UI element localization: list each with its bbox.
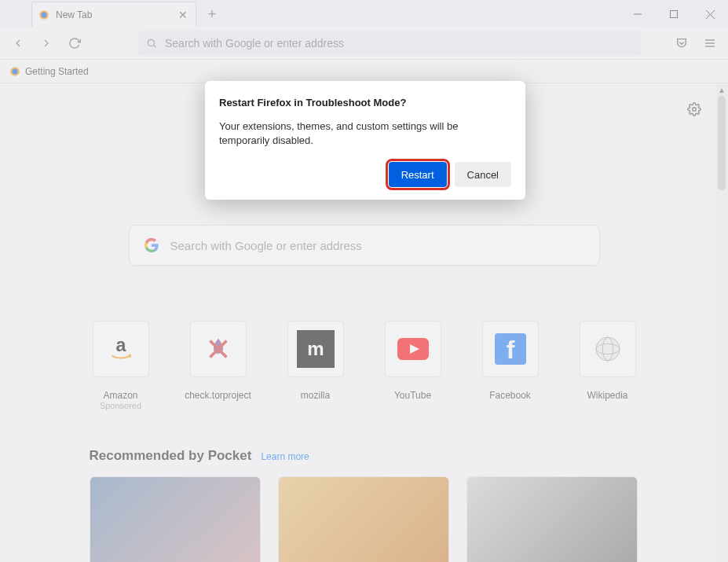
newtab-search[interactable]: Search with Google or enter address [129,225,600,266]
close-window-button[interactable] [692,2,728,27]
tile-label: Wikipedia [569,390,647,401]
url-placeholder: Search with Google or enter address [165,37,344,50]
toolbar: Search with Google or enter address [0,27,728,60]
restart-button[interactable]: Restart [389,162,447,187]
svg-point-13 [693,108,697,112]
troubleshoot-dialog: Restart Firefox in Troubleshoot Mode? Yo… [205,81,525,200]
firefox-icon [38,9,49,20]
dialog-title: Restart Firefox in Troubleshoot Mode? [219,97,511,108]
pocket-icon[interactable] [670,31,693,55]
browser-tab[interactable]: New Tab ✕ [31,2,196,27]
scroll-up-arrow[interactable]: ▲ [715,83,728,96]
pocket-card[interactable]: mashable.com · 3 min [90,476,261,562]
cancel-button[interactable]: Cancel [455,162,511,187]
minimize-button[interactable] [620,2,656,27]
pocket-section: Recommended by Pocket Learn more mashabl… [90,448,639,562]
svg-point-6 [148,39,154,46]
forward-button[interactable] [35,31,58,55]
close-icon[interactable]: ✕ [177,9,189,21]
pocket-card[interactable]: longreads.com · 8 min [466,476,638,562]
svg-point-12 [13,68,18,74]
svg-rect-3 [671,11,678,18]
svg-point-23 [596,337,620,361]
pocket-heading: Recommended by Pocket [90,448,252,464]
tile-label: YouTube [374,390,452,401]
window-controls [620,2,728,27]
dialog-body: Your extensions, themes, and custom sett… [219,119,511,148]
svg-point-1 [42,12,47,17]
tile-wikipedia[interactable]: Wikipedia [569,321,647,410]
card-image [467,477,637,562]
svg-line-7 [154,45,156,47]
top-sites: a Amazon Sponsored check.torproject m mo… [82,321,647,410]
scrollbar-track[interactable]: ▲ [715,83,728,562]
new-tab-button[interactable]: + [201,3,223,25]
maximize-button[interactable] [656,2,692,27]
tile-label: Facebook [471,390,550,401]
titlebar: New Tab ✕ + [0,0,728,27]
tile-torproject[interactable]: check.torproject [179,321,258,410]
scrollbar-thumb[interactable] [718,96,726,190]
tile-sublabel: Sponsored [82,401,160,410]
firefox-icon [9,66,20,77]
tile-facebook[interactable]: f Facebook [471,321,550,410]
tab-title: New Tab [56,9,92,20]
pocket-card[interactable]: theconversation.com · 6 min [278,476,449,562]
card-image [90,477,260,562]
tile-label: check.torproject [179,390,258,401]
tile-youtube[interactable]: YouTube [374,321,452,410]
tile-amazon[interactable]: a Amazon Sponsored [82,321,160,410]
menu-button[interactable] [698,31,722,55]
url-bar[interactable]: Search with Google or enter address [138,31,641,56]
search-icon [146,38,157,49]
bookmarks-bar: Getting Started [0,60,728,83]
tile-label: mozilla [276,390,355,401]
svg-text:a: a [115,335,126,355]
tile-mozilla[interactable]: m mozilla [276,321,355,410]
svg-text:m: m [307,338,324,359]
gear-icon[interactable] [687,102,701,116]
reload-button[interactable] [63,31,86,55]
tile-label: Amazon [82,390,160,401]
newtab-search-placeholder: Search with Google or enter address [170,239,362,252]
bookmark-getting-started[interactable]: Getting Started [25,66,89,77]
card-image [279,477,448,562]
svg-text:f: f [506,336,514,364]
google-icon [144,237,159,253]
back-button[interactable] [6,31,30,55]
learn-more-link[interactable]: Learn more [261,451,309,462]
